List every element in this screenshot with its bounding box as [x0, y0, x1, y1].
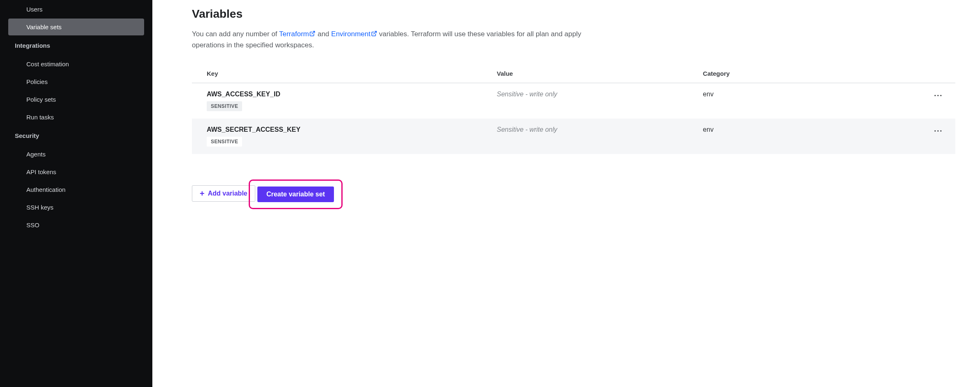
svg-line-1	[373, 31, 376, 34]
sidebar-item-sso[interactable]: SSO	[8, 217, 144, 233]
external-link-icon	[371, 29, 377, 40]
table-row: AWS_SECRET_ACCESS_KEY SENSITIVE Sensitiv…	[192, 119, 955, 154]
add-variable-label: Add variable	[208, 190, 247, 197]
page-description: You can add any number of Terraform and …	[192, 29, 604, 51]
variable-category: env	[703, 126, 714, 133]
svg-point-2	[934, 95, 936, 96]
more-horizontal-icon	[934, 94, 942, 97]
variable-value: Sensitive - write only	[497, 91, 558, 98]
svg-point-7	[940, 130, 941, 131]
svg-point-6	[937, 130, 938, 131]
variable-key: AWS_ACCESS_KEY_ID	[207, 91, 474, 98]
external-link-icon	[309, 29, 315, 40]
sensitive-badge: SENSITIVE	[207, 137, 242, 147]
environment-link[interactable]: Environment	[331, 30, 377, 38]
sidebar-item-ssh-keys[interactable]: SSH keys	[8, 199, 144, 216]
sidebar-item-api-tokens[interactable]: API tokens	[8, 163, 144, 180]
plus-icon: +	[200, 189, 205, 198]
variables-table: Key Value Category AWS_ACCESS_KEY_ID SEN…	[192, 65, 955, 154]
column-header-key: Key	[192, 65, 482, 83]
svg-line-0	[312, 31, 315, 34]
svg-point-3	[937, 95, 938, 96]
column-header-category: Category	[688, 65, 902, 83]
sidebar-item-variable-sets[interactable]: Variable sets	[8, 19, 144, 35]
column-header-value: Value	[482, 65, 688, 83]
row-actions-menu[interactable]	[932, 91, 944, 100]
variable-value: Sensitive - write only	[497, 126, 558, 133]
svg-point-5	[934, 130, 936, 131]
sidebar-item-cost-estimation[interactable]: Cost estimation	[8, 56, 144, 72]
sidebar-section-integrations: Integrations	[0, 36, 152, 55]
page-title: Variables	[192, 7, 955, 21]
description-text-pre: You can add any number of	[192, 30, 279, 38]
sidebar-item-policy-sets[interactable]: Policy sets	[8, 91, 144, 108]
sidebar-item-agents[interactable]: Agents	[8, 146, 144, 163]
terraform-link[interactable]: Terraform	[279, 30, 316, 38]
create-variable-set-button[interactable]: Create variable set	[257, 187, 334, 202]
variable-category: env	[703, 91, 714, 98]
row-actions-menu[interactable]	[932, 126, 944, 136]
more-horizontal-icon	[934, 130, 942, 132]
add-variable-button[interactable]: + Add variable	[192, 185, 255, 202]
sidebar-section-security: Security	[0, 126, 152, 145]
column-header-actions	[902, 65, 955, 83]
sensitive-badge: SENSITIVE	[207, 101, 242, 111]
sidebar-item-run-tasks[interactable]: Run tasks	[8, 109, 144, 126]
table-row: AWS_ACCESS_KEY_ID SENSITIVE Sensitive - …	[192, 83, 955, 119]
sidebar-item-authentication[interactable]: Authentication	[8, 181, 144, 198]
sidebar: Users Variable sets Integrations Cost es…	[0, 0, 152, 387]
variable-key: AWS_SECRET_ACCESS_KEY	[207, 126, 474, 133]
svg-point-4	[940, 95, 941, 96]
main-content: Variables You can add any number of Terr…	[152, 0, 980, 387]
create-variable-set-highlight: Create variable set	[249, 180, 343, 209]
description-text-mid: and	[317, 30, 331, 38]
sidebar-item-users[interactable]: Users	[8, 1, 144, 18]
sidebar-item-policies[interactable]: Policies	[8, 73, 144, 90]
